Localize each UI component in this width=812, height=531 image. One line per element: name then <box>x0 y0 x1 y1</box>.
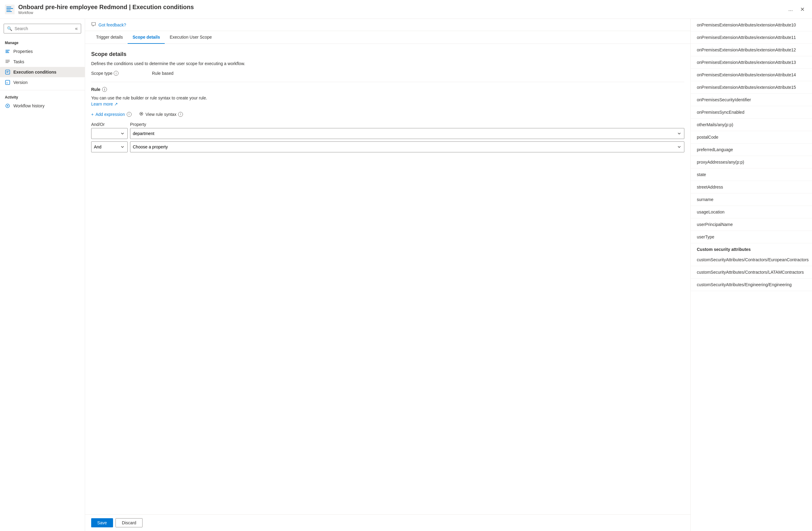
dropdown-item-ext12[interactable]: onPremisesExtensionAttributes/extensionA… <box>691 44 812 56</box>
svg-rect-3 <box>6 10 11 10</box>
dropdown-item-utype[interactable]: userType <box>691 231 812 243</box>
dropdown-item-ext13[interactable]: onPremisesExtensionAttributes/extensionA… <box>691 56 812 69</box>
dropdown-item-state[interactable]: state <box>691 168 812 181</box>
sidebar-item-properties[interactable]: Properties <box>0 46 85 57</box>
header-subtitle: Workflow <box>18 11 786 15</box>
dropdown-item-usage[interactable]: usageLocation <box>691 206 812 218</box>
svg-text:v: v <box>6 81 8 84</box>
sidebar-item-tasks-label: Tasks <box>13 59 24 64</box>
sidebar-item-version-label: Version <box>13 80 28 85</box>
feedback-bar: Got feedback? <box>85 19 691 31</box>
search-box[interactable]: 🔍 « <box>4 24 81 33</box>
main-layout: 🔍 « Manage Properties Tasks Execution co… <box>0 19 812 531</box>
view-icon <box>139 111 144 117</box>
dropdown-item-csa1[interactable]: customSecurityAttributes/Contractors/Eur… <box>691 254 812 266</box>
tasks-icon <box>5 59 10 65</box>
scope-type-row: Scope type i Rule based <box>91 71 684 76</box>
rule-section: Rule i You can use the rule builder or r… <box>91 82 684 152</box>
svg-rect-4 <box>6 11 12 12</box>
svg-rect-8 <box>5 60 10 60</box>
add-expression-button[interactable]: + Add expression i <box>91 112 132 117</box>
dropdown-item-mails[interactable]: otherMails/any(p:p) <box>691 118 812 131</box>
andor-select-1[interactable]: And Or <box>91 128 128 139</box>
scope-details-title: Scope details <box>91 51 684 57</box>
dropdown-item-proxy[interactable]: proxyAddresses/any(p:p) <box>691 156 812 168</box>
add-expression-info-icon[interactable]: i <box>127 112 132 117</box>
tab-execution-user-scope[interactable]: Execution User Scope <box>165 31 217 44</box>
sidebar-item-tasks[interactable]: Tasks <box>0 57 85 67</box>
dropdown-item-upn[interactable]: userPrincipalName <box>691 218 812 231</box>
dropdown-item-ext10[interactable]: onPremisesExtensionAttributes/extensionA… <box>691 19 812 31</box>
workflow-icon <box>5 4 15 14</box>
expression-col-headers: And/Or Property <box>91 122 684 127</box>
search-input[interactable] <box>15 26 73 31</box>
header-title-block: Onboard pre-hire employee Redmond | Exec… <box>18 4 786 15</box>
dropdown-item-ext14[interactable]: onPremisesExtensionAttributes/extensionA… <box>691 69 812 81</box>
tabs: Trigger details Scope details Execution … <box>85 31 691 44</box>
main-content: Scope details Defines the conditions use… <box>85 44 691 514</box>
tab-trigger-details[interactable]: Trigger details <box>91 31 128 44</box>
sidebar-item-workflow-history[interactable]: Workflow history <box>0 101 85 111</box>
execution-conditions-icon <box>5 69 10 75</box>
expression-row-2: And Or Choose a property <box>91 141 684 152</box>
sidebar: 🔍 « Manage Properties Tasks Execution co… <box>0 19 85 531</box>
view-rule-syntax-button[interactable]: View rule syntax i <box>139 111 183 117</box>
svg-rect-10 <box>5 62 9 63</box>
svg-point-17 <box>7 105 8 107</box>
history-icon <box>5 103 10 109</box>
scope-type-info-icon[interactable]: i <box>114 71 118 76</box>
activity-section-label: Activity <box>0 93 85 101</box>
sidebar-divider <box>0 90 85 90</box>
content-area: Got feedback? Trigger details Scope deta… <box>85 19 691 531</box>
close-button[interactable]: ✕ <box>798 5 807 14</box>
rule-title: Rule i <box>91 87 684 92</box>
dropdown-item-secid[interactable]: onPremisesSecurityIdentifier <box>691 94 812 106</box>
rule-info-icon[interactable]: i <box>102 87 107 92</box>
expression-row-1: And Or department <box>91 128 684 139</box>
scope-details-description: Defines the conditions used to determine… <box>91 61 684 66</box>
search-icon: 🔍 <box>7 26 12 31</box>
dropdown-item-surname[interactable]: surname <box>691 193 812 206</box>
andor-col-header: And/Or <box>91 122 128 127</box>
header-actions: ... ✕ <box>786 5 807 14</box>
version-icon: v <box>5 80 10 85</box>
andor-select-2[interactable]: And Or <box>91 141 128 152</box>
property-select-2[interactable]: Choose a property <box>130 141 684 152</box>
sidebar-item-properties-label: Properties <box>13 49 33 54</box>
svg-point-19 <box>141 113 142 114</box>
dropdown-item-synce[interactable]: onPremisesSyncEnabled <box>691 106 812 118</box>
dropdown-item-preflang[interactable]: preferredLanguage <box>691 143 812 156</box>
svg-rect-1 <box>6 7 11 7</box>
manage-section-label: Manage <box>0 38 85 46</box>
feedback-label[interactable]: Got feedback? <box>99 23 126 27</box>
feedback-icon <box>91 22 96 28</box>
save-button[interactable]: Save <box>91 518 113 527</box>
svg-rect-0 <box>5 4 15 14</box>
svg-rect-7 <box>5 52 9 53</box>
property-dropdown-panel: onPremisesExtensionAttributes/extensionA… <box>691 19 812 531</box>
view-rule-info-icon[interactable]: i <box>178 112 183 117</box>
property-select-1[interactable]: department <box>130 128 684 139</box>
sidebar-item-execution-conditions[interactable]: Execution conditions <box>0 67 85 77</box>
more-options-button[interactable]: ... <box>786 5 795 14</box>
workflow-name: Onboard pre-hire employee Redmond <box>18 4 127 10</box>
tab-scope-details[interactable]: Scope details <box>128 31 165 44</box>
learn-more-link[interactable]: Learn more ↗ <box>91 101 118 107</box>
dropdown-item-postal[interactable]: postalCode <box>691 131 812 143</box>
page-title: Onboard pre-hire employee Redmond | Exec… <box>18 4 786 11</box>
dropdown-item-street[interactable]: streetAddress <box>691 181 812 193</box>
svg-rect-12 <box>6 71 9 72</box>
svg-rect-2 <box>6 8 13 9</box>
rule-description: You can use the rule builder or rule syn… <box>91 96 684 100</box>
dropdown-item-ext15[interactable]: onPremisesExtensionAttributes/extensionA… <box>691 81 812 94</box>
dropdown-item-csa3[interactable]: customSecurityAttributes/Engineering/Eng… <box>691 279 812 291</box>
sidebar-item-version[interactable]: v Version <box>0 77 85 87</box>
custom-security-section-header: Custom security attributes <box>691 243 812 254</box>
plus-icon: + <box>91 112 93 117</box>
dropdown-item-ext11[interactable]: onPremisesExtensionAttributes/extensionA… <box>691 31 812 44</box>
collapse-button[interactable]: « <box>75 26 78 31</box>
external-link-icon: ↗ <box>114 101 118 107</box>
discard-button[interactable]: Discard <box>115 518 143 527</box>
dropdown-item-csa2[interactable]: customSecurityAttributes/Contractors/LAT… <box>691 266 812 279</box>
property-col-header: Property <box>130 122 684 127</box>
